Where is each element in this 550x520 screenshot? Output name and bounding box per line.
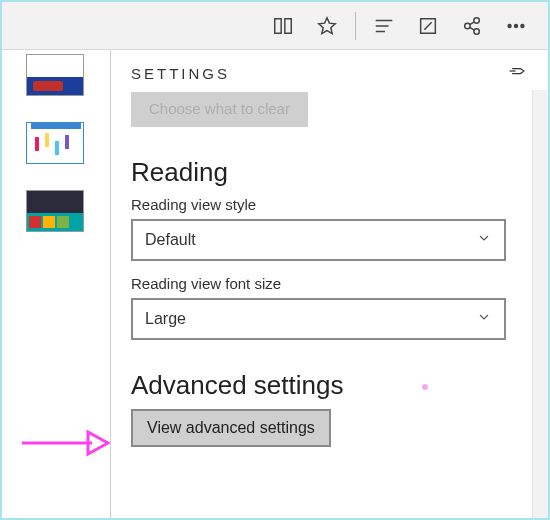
thumbnail[interactable] — [26, 122, 84, 164]
view-advanced-settings-button[interactable]: View advanced settings — [131, 409, 331, 447]
advanced-heading: Advanced settings — [131, 370, 528, 401]
favorites-star-icon[interactable] — [305, 4, 349, 48]
svg-point-1 — [474, 17, 480, 23]
scrollbar-track[interactable] — [532, 90, 548, 518]
more-icon[interactable] — [494, 4, 538, 48]
svg-point-3 — [508, 24, 511, 27]
page-thumbnails — [2, 50, 110, 518]
reading-style-select[interactable]: Default — [131, 219, 506, 261]
thumbnail[interactable] — [26, 190, 84, 232]
svg-point-2 — [474, 28, 480, 34]
choose-clear-button[interactable]: Choose what to clear — [131, 92, 308, 127]
thumbnail[interactable] — [26, 54, 84, 96]
hub-icon[interactable] — [362, 4, 406, 48]
reading-heading: Reading — [131, 157, 528, 188]
svg-point-0 — [465, 23, 471, 29]
settings-panel: SETTINGS Choose what to clear Reading Re… — [110, 50, 548, 518]
panel-title: SETTINGS — [131, 65, 230, 82]
web-note-icon[interactable] — [406, 4, 450, 48]
main-area: SETTINGS Choose what to clear Reading Re… — [2, 50, 548, 518]
svg-point-5 — [521, 24, 524, 27]
reading-list-icon[interactable] — [261, 4, 305, 48]
pin-icon[interactable] — [508, 61, 528, 85]
toolbar-separator — [355, 12, 356, 40]
reading-style-value: Default — [145, 231, 196, 249]
chevron-down-icon — [476, 230, 492, 250]
reading-style-label: Reading view style — [131, 196, 528, 213]
share-icon[interactable] — [450, 4, 494, 48]
browser-toolbar — [2, 2, 548, 50]
annotation-dot — [422, 384, 428, 390]
reading-font-select[interactable]: Large — [131, 298, 506, 340]
reading-font-label: Reading view font size — [131, 275, 528, 292]
svg-point-4 — [515, 24, 518, 27]
reading-font-value: Large — [145, 310, 186, 328]
chevron-down-icon — [476, 309, 492, 329]
